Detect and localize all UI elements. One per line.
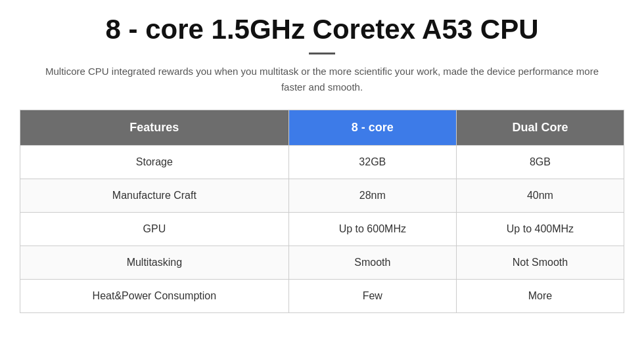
- table-row: Storage32GB8GB: [20, 146, 624, 179]
- header-dualcore: Dual Core: [456, 110, 624, 146]
- cell-dualcore-val: Not Smooth: [456, 246, 624, 280]
- page-title: 8 - core 1.5GHz Coretex A53 CPU: [20, 13, 624, 46]
- cell-8core-val: Few: [288, 280, 456, 313]
- page-subtitle: Multicore CPU integrated rewards you whe…: [39, 64, 605, 95]
- cell-dualcore-val: 40nm: [456, 179, 624, 213]
- cell-8core-val: 32GB: [288, 146, 456, 179]
- cell-feature: Storage: [20, 146, 289, 179]
- header-features: Features: [20, 110, 289, 146]
- main-container: 8 - core 1.5GHz Coretex A53 CPU Multicor…: [20, 13, 624, 313]
- cell-8core-val: Up to 600MHz: [288, 213, 456, 246]
- cell-feature: Heat&Power Consumption: [20, 280, 289, 313]
- table-row: GPUUp to 600MHzUp to 400MHz: [20, 213, 624, 246]
- cell-dualcore-val: Up to 400MHz: [456, 213, 624, 246]
- table-row: MultitaskingSmoothNot Smooth: [20, 246, 624, 280]
- cell-8core-val: Smooth: [288, 246, 456, 280]
- cell-feature: GPU: [20, 213, 289, 246]
- cell-8core-val: 28nm: [288, 179, 456, 213]
- table-row: Heat&Power ConsumptionFewMore: [20, 280, 624, 313]
- header-8core: 8 - core: [288, 110, 456, 146]
- cell-feature: Multitasking: [20, 246, 289, 280]
- cell-dualcore-val: 8GB: [456, 146, 624, 179]
- title-divider: [309, 53, 335, 54]
- table-row: Manufacture Craft28nm40nm: [20, 179, 624, 213]
- cell-feature: Manufacture Craft: [20, 179, 289, 213]
- table-body: Storage32GB8GBManufacture Craft28nm40nmG…: [20, 146, 624, 313]
- table-header-row: Features 8 - core Dual Core: [20, 110, 624, 146]
- cell-dualcore-val: More: [456, 280, 624, 313]
- comparison-table: Features 8 - core Dual Core Storage32GB8…: [20, 110, 624, 313]
